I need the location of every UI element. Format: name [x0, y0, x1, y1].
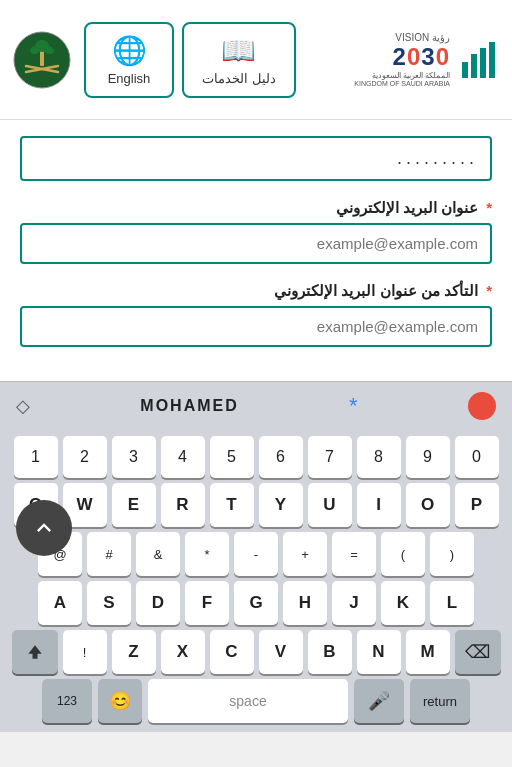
scroll-up-button[interactable] — [16, 500, 72, 556]
key-8[interactable]: 8 — [357, 436, 401, 478]
key-j[interactable]: J — [332, 581, 376, 625]
svg-rect-9 — [480, 48, 486, 78]
key-s[interactable]: S — [87, 581, 131, 625]
keyboard-number-row: 1 2 3 4 5 6 7 8 9 0 — [4, 436, 508, 478]
key-ampersand[interactable]: & — [136, 532, 180, 576]
key-g[interactable]: G — [234, 581, 278, 625]
key-7[interactable]: 7 — [308, 436, 352, 478]
keyboard-bottom-row: ! Z X C V B N M ⌫ — [4, 630, 508, 674]
keyboard-home-row: A S D F G H J K L — [4, 581, 508, 625]
return-key[interactable]: return — [410, 679, 470, 723]
key-exclaim[interactable]: ! — [63, 630, 107, 674]
mic-key[interactable]: 🎤 — [354, 679, 404, 723]
key-1[interactable]: 1 — [14, 436, 58, 478]
services-tab-label: دليل الخدمات — [202, 71, 276, 86]
key-rparen[interactable]: ) — [430, 532, 474, 576]
key-i[interactable]: I — [357, 483, 401, 527]
key-asterisk[interactable]: * — [185, 532, 229, 576]
keyboard-space-row: 123 😊 space 🎤 return — [4, 679, 508, 723]
key-9[interactable]: 9 — [406, 436, 450, 478]
app-header: 🌐 English 📖 دليل الخدمات VISION رؤية 203… — [0, 0, 512, 120]
key-6[interactable]: 6 — [259, 436, 303, 478]
numbers-key[interactable]: 123 — [42, 679, 92, 723]
vision-text-kingdom: KINGDOM OF SAUDI ARABIA — [354, 80, 450, 87]
shift-icon — [25, 642, 45, 662]
key-u[interactable]: U — [308, 483, 352, 527]
confirm-email-required-marker: * — [486, 282, 492, 299]
autocomplete-suggestion[interactable]: MOHAMED — [140, 397, 238, 415]
key-v[interactable]: V — [259, 630, 303, 674]
key-lparen[interactable]: ( — [381, 532, 425, 576]
email-label: * عنوان البريد الإلكتروني — [20, 199, 492, 217]
chevron-up-icon — [30, 514, 58, 542]
svg-rect-10 — [489, 42, 495, 78]
key-b[interactable]: B — [308, 630, 352, 674]
key-m[interactable]: M — [406, 630, 450, 674]
english-tab[interactable]: 🌐 English — [84, 22, 174, 98]
keyboard-symbol-row: @ # & * - + = ( ) — [4, 532, 508, 576]
key-k[interactable]: K — [381, 581, 425, 625]
password-field-group — [20, 136, 492, 181]
email-input[interactable] — [20, 223, 492, 264]
key-h[interactable]: H — [283, 581, 327, 625]
key-d[interactable]: D — [136, 581, 180, 625]
book-icon: 📖 — [221, 34, 256, 67]
globe-icon: 🌐 — [112, 34, 147, 67]
email-label-text: عنوان البريد الإلكتروني — [336, 199, 478, 216]
emoji-key[interactable]: 😊 — [98, 679, 142, 723]
key-plus[interactable]: + — [283, 532, 327, 576]
vision-text-bottom: المملكة العربية السعودية — [354, 71, 450, 80]
form-wrapper: * عنوان البريد الإلكتروني * التأكد من عن… — [0, 120, 512, 381]
vision-2030-logo: VISION رؤية 2030 المملكة العربية السعودي… — [354, 32, 500, 87]
key-x[interactable]: X — [161, 630, 205, 674]
key-o[interactable]: O — [406, 483, 450, 527]
vision-year: 2030 — [354, 43, 450, 71]
svg-rect-8 — [471, 54, 477, 78]
key-2[interactable]: 2 — [63, 436, 107, 478]
english-tab-label: English — [108, 71, 151, 86]
vision-text-top: VISION رؤية — [354, 32, 450, 43]
keyboard-qwerty-row: Q W E R T Y U I O P — [4, 483, 508, 527]
confirm-email-label-text: التأكد من عنوان البريد الإلكتروني — [274, 282, 478, 299]
key-p[interactable]: P — [455, 483, 499, 527]
key-4[interactable]: 4 — [161, 436, 205, 478]
key-e[interactable]: E — [112, 483, 156, 527]
form-area: * عنوان البريد الإلكتروني * التأكد من عن… — [0, 120, 512, 381]
key-equals[interactable]: = — [332, 532, 376, 576]
key-a[interactable]: A — [38, 581, 82, 625]
confirm-email-field-group: * التأكد من عنوان البريد الإلكتروني — [20, 282, 492, 347]
header-tabs: 🌐 English 📖 دليل الخدمات — [84, 22, 354, 98]
email-field-group: * عنوان البريد الإلكتروني — [20, 199, 492, 264]
keyboard-arrows[interactable]: ◇ — [16, 395, 30, 417]
shift-key[interactable] — [12, 630, 58, 674]
saudi-emblem — [12, 30, 72, 90]
key-t[interactable]: T — [210, 483, 254, 527]
key-r[interactable]: R — [161, 483, 205, 527]
space-key[interactable]: space — [148, 679, 348, 723]
autocomplete-star: * — [349, 393, 358, 419]
backspace-key[interactable]: ⌫ — [455, 630, 501, 674]
confirm-email-label: * التأكد من عنوان البريد الإلكتروني — [20, 282, 492, 300]
bars-chart-icon — [460, 40, 500, 80]
key-c[interactable]: C — [210, 630, 254, 674]
confirm-email-input[interactable] — [20, 306, 492, 347]
vision-logo-area: VISION رؤية 2030 المملكة العربية السعودي… — [354, 32, 500, 87]
key-3[interactable]: 3 — [112, 436, 156, 478]
email-required-marker: * — [486, 199, 492, 216]
services-tab[interactable]: 📖 دليل الخدمات — [182, 22, 296, 98]
key-5[interactable]: 5 — [210, 436, 254, 478]
key-z[interactable]: Z — [112, 630, 156, 674]
key-n[interactable]: N — [357, 630, 401, 674]
key-hash[interactable]: # — [87, 532, 131, 576]
key-0[interactable]: 0 — [455, 436, 499, 478]
key-y[interactable]: Y — [259, 483, 303, 527]
autocomplete-dot — [468, 392, 496, 420]
autocomplete-bar: ◇ MOHAMED * — [0, 381, 512, 430]
password-input[interactable] — [20, 136, 492, 181]
svg-rect-7 — [462, 62, 468, 78]
key-minus[interactable]: - — [234, 532, 278, 576]
keyboard: 1 2 3 4 5 6 7 8 9 0 Q W E R T Y U I O P … — [0, 430, 512, 732]
key-l[interactable]: L — [430, 581, 474, 625]
key-f[interactable]: F — [185, 581, 229, 625]
